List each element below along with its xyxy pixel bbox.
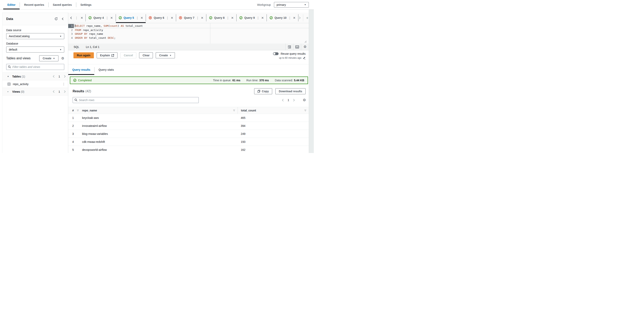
page-prev-icon[interactable]	[53, 90, 56, 93]
collapse-panel-icon[interactable]	[62, 18, 64, 20]
hidden-tab-close-icon[interactable]: ×	[81, 16, 83, 20]
create-label: Create	[159, 54, 168, 57]
cell-total-count: 162	[238, 146, 309, 153]
tab-menu-icon[interactable]: ⋮	[256, 16, 260, 19]
table-item-menu-icon[interactable]: ⋮	[62, 83, 65, 86]
results-table: #▽repo_name▽total_count▽1keycloak-aws465…	[68, 107, 309, 153]
results-table-header: #▽repo_name▽total_count▽	[68, 107, 309, 114]
tab-menu-icon[interactable]: ⋮	[226, 16, 229, 19]
nav-tab-saved-queries[interactable]: Saved queries	[49, 0, 76, 9]
query-tab-query-4[interactable]: Query 4⋮×	[86, 12, 116, 23]
cancel-button[interactable]: Cancel	[120, 52, 136, 58]
tab-close-icon[interactable]: ×	[261, 16, 264, 20]
search-icon	[8, 65, 11, 68]
query-status-banner: Completed Time in queue:61 msRun time:37…	[70, 76, 308, 84]
tables-views-header: Tables and views Create ▼ ⚙	[6, 55, 64, 61]
error-icon	[179, 16, 182, 19]
results-page-prev-icon[interactable]	[282, 99, 284, 102]
hidden-tab-menu-icon[interactable]: ⋮	[75, 16, 78, 19]
athena-query-editor: EditorRecent queriesSaved queriesSetting…	[0, 0, 314, 153]
edit-pencil-icon[interactable]	[303, 56, 306, 59]
tables-settings-gear-icon[interactable]: ⚙	[61, 57, 64, 60]
page-prev-icon[interactable]	[53, 75, 56, 78]
views-section-row[interactable]: ▼ Views (0) 1	[2, 88, 68, 96]
tab-menu-icon[interactable]: ⋮	[106, 16, 109, 19]
copy-button[interactable]: Copy	[254, 88, 272, 94]
nav-tab-settings[interactable]: Settings	[76, 0, 96, 9]
tab-close-icon[interactable]: ×	[141, 16, 143, 20]
create-table-button[interactable]: Create ▼	[39, 55, 58, 61]
sql-text: repo_name,	[85, 24, 104, 27]
new-tab-icon[interactable]: +	[306, 16, 308, 20]
code-line: 2FROM repo_activity	[68, 28, 309, 32]
tab-close-icon[interactable]: ×	[293, 16, 296, 20]
tables-views-title: Tables and views	[6, 56, 30, 60]
page-next-icon[interactable]	[63, 90, 66, 93]
create-dropdown-button[interactable]: Create ▼	[156, 52, 175, 58]
filter-icon[interactable]: ▽	[77, 109, 79, 112]
filter-tables-box	[6, 64, 64, 70]
query-tab-query-10[interactable]: Query 10⋮×	[267, 12, 298, 23]
filter-tables-input[interactable]	[6, 64, 64, 70]
filter-icon[interactable]: ▽	[233, 109, 235, 112]
table-row: 3blog-mwaa-variables249	[68, 130, 309, 138]
table-row: 4cdk-mwaa-redshift193	[68, 138, 309, 146]
code-line: 4ORDER BY total_count DESC;	[68, 36, 309, 40]
clear-button[interactable]: Clear	[139, 52, 153, 58]
tab-menu-icon[interactable]: ⋮	[288, 16, 292, 19]
run-again-button[interactable]: Run again	[74, 52, 94, 58]
code-text: ORDER BY total_count DESC;	[74, 36, 116, 40]
query-tab-query-6[interactable]: Query 6⋮×	[146, 12, 176, 23]
expand-plus-icon[interactable]	[8, 83, 10, 86]
results-page-next-icon[interactable]	[292, 99, 295, 102]
chevron-down-icon: ▼	[170, 54, 172, 56]
keyboard-shortcuts-icon[interactable]	[293, 43, 301, 50]
tab-query-stats[interactable]: Query stats	[94, 64, 118, 75]
query-tab-label: Query 4	[94, 16, 104, 19]
query-tab-query-9[interactable]: Query 9⋮×	[236, 12, 266, 23]
nav-tab-recent-queries[interactable]: Recent queries	[20, 0, 48, 9]
cell-repo-name: cdk-mwaa-redshift	[82, 140, 238, 144]
tables-section-row[interactable]: ▼ Tables (1) 1	[2, 73, 68, 80]
scroll-tabs-left-icon[interactable]	[70, 16, 73, 19]
tab-query-results[interactable]: Query results	[68, 64, 94, 75]
reuse-results-toggle[interactable]	[273, 52, 278, 55]
download-results-button[interactable]: Download results	[275, 88, 306, 94]
database-select[interactable]: default ▼	[6, 46, 64, 52]
cell-index: 3	[68, 132, 82, 136]
external-link-icon	[112, 54, 114, 57]
workgroup-select[interactable]: primary ▼	[274, 2, 309, 7]
table-item-repo_activity[interactable]: repo_activity⋮	[2, 80, 68, 88]
search-rows-input[interactable]	[73, 97, 199, 103]
query-tab-query-8[interactable]: Query 8⋮×	[206, 12, 236, 23]
tab-menu-icon[interactable]: ⋮	[166, 16, 169, 19]
query-tab-query-5[interactable]: Query 5⋮×	[116, 12, 146, 23]
sql-keyword: ORDER BY	[75, 36, 88, 39]
sql-editor[interactable]: 1SELECT repo_name, SUM(count) AS total_c…	[68, 23, 309, 43]
tab-menu-icon[interactable]: ⋮	[136, 16, 139, 19]
page-next-icon[interactable]	[63, 75, 66, 78]
scroll-tabs-right-icon[interactable]	[298, 16, 300, 19]
format-query-icon[interactable]	[286, 43, 293, 50]
cell-repo-name: keycloak-aws	[82, 116, 238, 120]
editor-settings-gear-icon[interactable]: ⚙	[301, 43, 309, 50]
query-tab-query-7[interactable]: Query 7⋮×	[176, 12, 206, 23]
nav-tab-editor[interactable]: Editor	[3, 0, 20, 9]
cancel-label: Cancel	[124, 54, 133, 57]
data-source-select[interactable]: AwsDataCatalog ▼	[6, 33, 64, 39]
tab-close-icon[interactable]: ×	[171, 16, 173, 20]
tab-close-icon[interactable]: ×	[110, 16, 113, 20]
cell-total-count: 394	[238, 122, 309, 130]
filter-icon[interactable]: ▽	[304, 109, 306, 112]
results-settings-gear-icon[interactable]: ⚙	[303, 98, 306, 102]
editor-resize-handle[interactable]	[304, 40, 306, 42]
tab-close-icon[interactable]: ×	[231, 16, 234, 20]
refresh-icon[interactable]	[54, 17, 58, 20]
tab-close-icon[interactable]: ×	[201, 16, 203, 20]
line-number: 1	[68, 24, 74, 28]
status-text: Completed	[78, 79, 92, 82]
sql-text: total_count	[88, 36, 108, 39]
explain-button[interactable]: Explain	[97, 52, 118, 58]
results-tabs: Query resultsQuery stats	[68, 64, 309, 75]
tab-menu-icon[interactable]: ⋮	[196, 16, 199, 19]
